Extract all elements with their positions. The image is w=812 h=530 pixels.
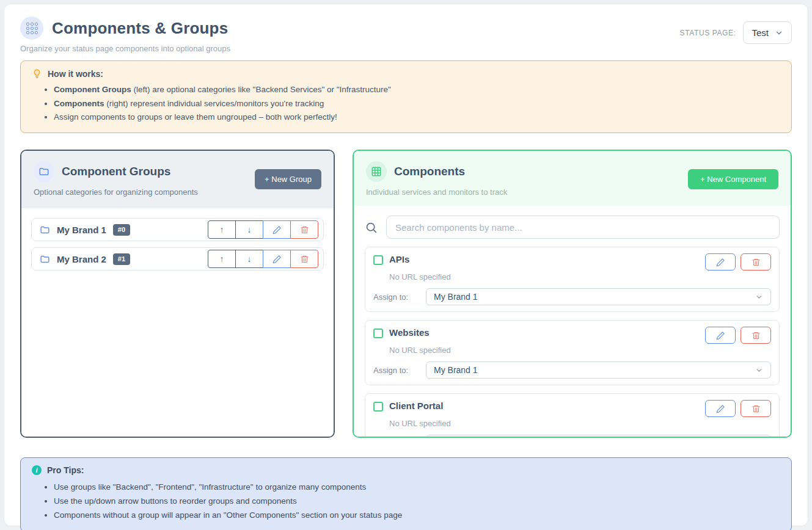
move-group-down-button[interactable]: ↓ xyxy=(235,220,263,239)
assign-to-label: Assign to: xyxy=(373,292,426,302)
status-page-dropdown[interactable]: Test xyxy=(743,21,792,44)
components-panel: Components Individual services and monit… xyxy=(353,150,792,438)
component-card: Websites No URL specified Assign to: xyxy=(365,320,780,385)
group-order-badge: #1 xyxy=(113,253,130,265)
pencil-icon xyxy=(272,255,282,264)
pro-tips-item: Components without a group will appear i… xyxy=(54,508,780,522)
table-grid-icon xyxy=(366,161,387,182)
groups-list: My Brand 1 #0 ↑ ↓ My B xyxy=(21,208,334,437)
search-components-input[interactable] xyxy=(386,216,780,239)
delete-component-button[interactable] xyxy=(741,253,771,270)
component-url-status: No URL specified xyxy=(389,419,771,428)
group-order-badge: #0 xyxy=(113,224,130,236)
page-subtitle: Organize your status page components int… xyxy=(20,44,230,53)
new-group-button[interactable]: + New Group xyxy=(255,169,321,189)
group-name: My Brand 1 xyxy=(57,225,106,235)
folder-icon xyxy=(34,161,54,182)
page-title: Components & Groups xyxy=(52,19,228,38)
delete-group-button[interactable] xyxy=(290,250,318,268)
lightbulb-icon xyxy=(32,68,42,79)
component-name: APIs xyxy=(389,254,409,264)
folder-icon xyxy=(40,225,50,235)
assign-to-label: Assign to: xyxy=(373,366,426,375)
component-url-status: No URL specified xyxy=(389,272,771,281)
component-checkbox[interactable] xyxy=(373,255,383,265)
page-header-left: Components & Groups Organize your status… xyxy=(20,16,230,53)
edit-component-button[interactable] xyxy=(705,327,736,344)
trash-icon xyxy=(300,225,309,234)
chevron-down-icon xyxy=(755,293,763,301)
delete-group-button[interactable] xyxy=(290,220,318,239)
groups-panel-subtitle: Optional categories for organizing compo… xyxy=(34,187,198,197)
chevron-down-icon xyxy=(755,366,763,374)
status-page-selector: STATUS PAGE: Test xyxy=(680,21,792,44)
how-it-works-list: Component Groups (left) are optional cat… xyxy=(54,83,780,125)
group-name: My Brand 2 xyxy=(57,254,106,264)
pro-tips-title: Pro Tips: xyxy=(47,465,84,475)
assigned-group-value: My Brand 1 xyxy=(434,365,478,375)
status-page-label: STATUS PAGE: xyxy=(680,29,736,37)
pro-tips-item: Use groups like "Backend", "Frontend", "… xyxy=(54,480,780,494)
component-card: Client Portal No URL specified Assig xyxy=(365,393,780,438)
chevron-down-icon xyxy=(775,29,783,37)
move-group-up-button[interactable]: ↑ xyxy=(208,220,236,239)
assign-group-select[interactable]: My Brand 1 xyxy=(426,288,771,305)
info-icon: i xyxy=(32,465,42,475)
group-row: My Brand 2 #1 ↑ ↓ xyxy=(31,247,324,270)
edit-component-button[interactable] xyxy=(705,253,736,270)
components-groups-page: Components & Groups Organize your status… xyxy=(4,4,808,526)
how-it-works-item: Components (right) represent individual … xyxy=(54,97,780,111)
folder-icon xyxy=(40,254,50,264)
page-header: Components & Groups Organize your status… xyxy=(20,16,792,53)
components-panel-subtitle: Individual services and monitors to trac… xyxy=(366,187,507,197)
trash-icon xyxy=(300,255,309,264)
pencil-icon xyxy=(716,404,725,413)
assign-group-select[interactable]: My Brand 1 xyxy=(426,361,771,379)
assign-group-select[interactable]: My Brand 2 xyxy=(426,435,771,438)
pro-tips-list: Use groups like "Backend", "Frontend", "… xyxy=(54,480,780,523)
trash-icon xyxy=(752,404,761,413)
edit-component-button[interactable] xyxy=(705,400,736,417)
component-name: Client Portal xyxy=(389,401,443,411)
components-panel-title: Components xyxy=(394,165,465,178)
pro-tips-banner: i Pro Tips: Use groups like "Backend", "… xyxy=(20,457,792,530)
trash-icon xyxy=(752,331,761,340)
new-component-button[interactable]: + New Component xyxy=(688,169,778,189)
pro-tips-item: Use the up/down arrow buttons to reorder… xyxy=(54,494,780,508)
how-it-works-banner: How it works: Component Groups (left) ar… xyxy=(20,60,792,133)
delete-component-button[interactable] xyxy=(741,327,771,344)
component-checkbox[interactable] xyxy=(373,402,383,412)
pencil-icon xyxy=(272,225,282,234)
how-it-works-title: How it works: xyxy=(48,69,103,79)
move-group-up-button[interactable]: ↑ xyxy=(208,250,236,268)
groups-panel-title: Component Groups xyxy=(62,165,170,178)
component-groups-panel: Component Groups Optional categories for… xyxy=(20,150,335,438)
apps-grid-icon xyxy=(20,16,43,40)
group-row: My Brand 1 #0 ↑ ↓ xyxy=(31,218,324,241)
move-group-down-button[interactable]: ↓ xyxy=(235,250,263,268)
component-url-status: No URL specified xyxy=(389,346,771,355)
edit-group-button[interactable] xyxy=(263,250,291,268)
status-page-value: Test xyxy=(752,27,769,38)
component-checkbox[interactable] xyxy=(373,329,383,338)
pencil-icon xyxy=(716,258,725,267)
how-it-works-item: Assign components to groups or leave the… xyxy=(54,111,780,125)
how-it-works-item: Component Groups (left) are optional cat… xyxy=(54,83,780,97)
assigned-group-value: My Brand 1 xyxy=(434,292,478,302)
edit-group-button[interactable] xyxy=(263,220,291,239)
component-card: APIs No URL specified Assign to: xyxy=(365,247,780,312)
delete-component-button[interactable] xyxy=(741,400,771,417)
trash-icon xyxy=(752,258,761,267)
pencil-icon xyxy=(716,331,725,340)
search-icon xyxy=(365,221,378,234)
component-name: Websites xyxy=(389,327,430,338)
